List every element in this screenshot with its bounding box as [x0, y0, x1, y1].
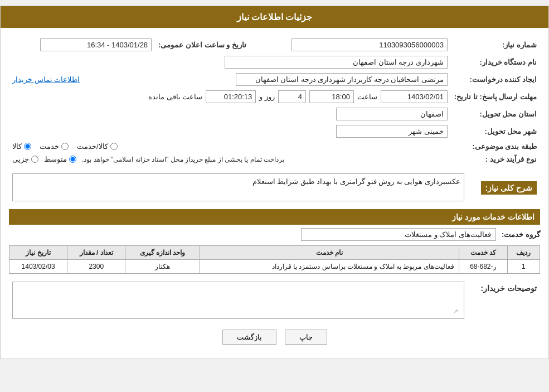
radio-jozi[interactable]: جزیی	[12, 155, 38, 163]
row-tarikh: 1403/02/03	[9, 260, 67, 274]
th-name: نام خدمت	[200, 246, 459, 260]
row-radif: 1	[507, 260, 540, 274]
roz-value: 4	[278, 90, 306, 103]
name-dastgah-label: نام دستگاه خریدار:	[451, 54, 540, 71]
row-kod: ر-682-68	[459, 260, 507, 274]
description-box: ↗	[12, 282, 464, 319]
resize-indicator: ↗	[16, 308, 460, 315]
sharh-table: شرح کلی نیاز: عکسبرداری هوایی به روش فتو…	[9, 171, 540, 204]
saat-value: 18:00	[309, 90, 354, 103]
desc-table: توصیحات خریدار: ↗	[9, 279, 540, 321]
kala-label: کالا	[12, 142, 22, 151]
print-button[interactable]: چاپ	[285, 330, 327, 345]
ijad-konande-label: ایجاد کننده درخواست:	[451, 71, 540, 88]
table-row: 1 ر-682-68 فعالیت‌های مربوط به املاک و م…	[9, 260, 540, 274]
name-dastgah-value: شهرداری درجه استان اصفهان	[225, 56, 448, 69]
kala-khedmat-label: کالا/خدمت	[77, 142, 108, 151]
date-value: 1403/02/01	[381, 90, 448, 103]
ostan-value: اصفهان	[336, 108, 448, 120]
button-row: چاپ بازگشت	[9, 330, 540, 345]
shahr-value: خمینی شهر	[336, 125, 448, 138]
service-section: اطلاعات خدمات مورد نیاز گروه خدمت: فعالی…	[9, 209, 540, 321]
radio-kala-khedmat[interactable]: کالا/خدمت	[77, 142, 118, 151]
sharh-label: شرح کلی نیاز:	[481, 181, 537, 195]
motavaset-label: متوسط	[44, 155, 67, 163]
ijad-konande-value: مرتضی اسحاقیان درجه کاربرداز شهرداری درج…	[236, 73, 448, 86]
group-label: گروه خدمت:	[502, 230, 540, 239]
shahr-label: شهر محل تحویل:	[451, 123, 540, 140]
tabaqe-label: طبقه بندی موضوعی:	[451, 140, 540, 153]
ostan-label: استان محل تحویل:	[451, 105, 540, 123]
radio-motavaset[interactable]: متوسط	[44, 155, 76, 163]
announce-date-value: 1403/01/28 - 16:34	[40, 38, 152, 51]
shomara-niaz-value: 1103093056000003	[291, 38, 448, 51]
remaining-label: ساعت باقی مانده	[148, 93, 202, 101]
row-tedad: 2300	[67, 260, 125, 274]
service-header: اطلاعات خدمات مورد نیاز	[9, 209, 540, 225]
th-radif: ردیف	[507, 246, 540, 260]
th-tarikh: تاریخ نیاز	[9, 246, 67, 260]
desc-label: توصیحات خریدار:	[480, 284, 537, 293]
radio-khedmat[interactable]: خدمت	[40, 142, 69, 151]
roz-label: روز و	[259, 93, 275, 101]
shomara-niaz-label: شماره نیاز:	[451, 36, 540, 54]
jozi-label: جزیی	[12, 155, 29, 163]
remaining-value: 01:20:13	[206, 90, 256, 103]
khedmat-label: خدمت	[40, 142, 59, 151]
ettelaat-tamas-link[interactable]: اطلاعات تماس خریدار	[12, 75, 80, 84]
sharh-value: عکسبرداری هوایی به روش فتو گرامتری با به…	[12, 173, 464, 201]
mohlat-ersal-label: مهلت ارسال پاسخ: تا تاریخ:	[451, 88, 540, 105]
page-title: جزئیات اطلاعات نیاز	[237, 12, 313, 22]
th-vahed: واحد اندازه گیری	[125, 246, 200, 260]
page-header: جزئیات اطلاعات نیاز	[1, 6, 548, 28]
row-vahed: هکتار	[125, 260, 200, 274]
th-tedad: تعداد / مقدار	[67, 246, 125, 260]
main-info-table: شماره نیاز: 1103093056000003 تاریخ و ساع…	[9, 36, 540, 166]
service-table: ردیف کد خدمت نام خدمت واحد اندازه گیری ت…	[9, 245, 540, 274]
group-value: فعالیت‌های املاک و مستغلات	[301, 228, 496, 241]
group-row: گروه خدمت: فعالیت‌های املاک و مستغلات	[9, 228, 540, 241]
th-kod: کد خدمت	[459, 246, 507, 260]
saat-label: ساعت	[357, 93, 377, 101]
announce-date-label: تاریخ و ساعت اعلان عمومی:	[155, 36, 250, 54]
row-name: فعالیت‌های مربوط به املاک و مستغلات براس…	[200, 260, 459, 274]
farayand-label: نوع فرآیند خرید :	[451, 153, 540, 166]
radio-kala[interactable]: کالا	[12, 142, 31, 151]
back-button[interactable]: بازگشت	[222, 330, 276, 345]
farayand-note: پرداخت تمام یا بخشی از مبلغ خریداز محل "…	[82, 156, 284, 163]
